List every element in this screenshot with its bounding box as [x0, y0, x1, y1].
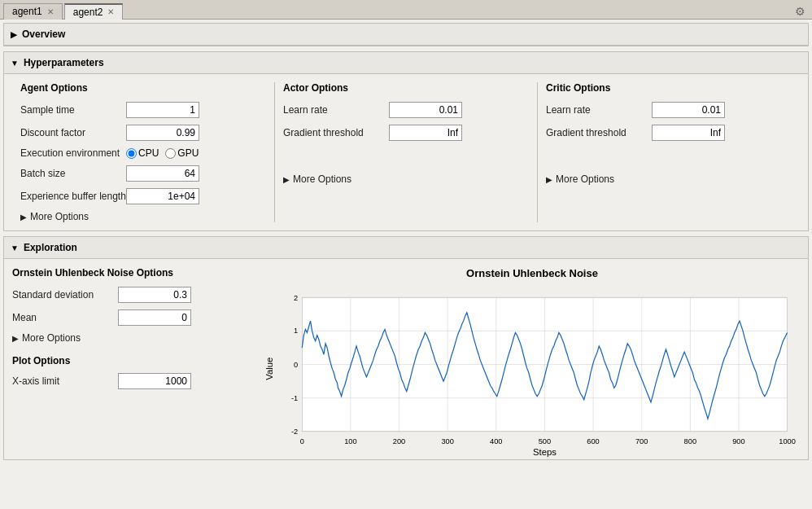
svg-text:200: 200 — [393, 437, 405, 445]
ou-noise-chart: Value -2 -1 0 1 2 — [264, 281, 800, 465]
exploration-body: Ornstein Uhlenbeck Noise Options Standar… — [4, 259, 808, 459]
actor-options-column: Actor Options Learn rate Gradient thresh… — [275, 82, 538, 222]
ou-chart-container: Ornstein Uhlenbeck Noise Value -2 -1 0 1 — [264, 267, 800, 451]
actor-more-options-arrow-icon: ▶ — [283, 175, 290, 184]
overview-section: ▶ Overview — [3, 23, 809, 46]
hyperparams-arrow-icon: ▼ — [11, 59, 19, 68]
mean-label: Mean — [12, 312, 118, 323]
exploration-more-options-arrow-icon: ▶ — [12, 334, 19, 343]
actor-options-title: Actor Options — [283, 82, 529, 94]
discount-factor-label: Discount factor — [20, 127, 126, 138]
critic-gradient-input[interactable] — [652, 125, 725, 141]
svg-text:400: 400 — [490, 437, 502, 445]
svg-text:Value: Value — [264, 358, 274, 380]
svg-text:-1: -1 — [291, 394, 298, 402]
hyperparameters-header[interactable]: ▼ Hyperparameters — [4, 52, 808, 74]
ou-title: Ornstein Uhlenbeck Noise Options — [12, 267, 256, 279]
exp-buffer-input[interactable] — [126, 188, 199, 204]
sample-time-input[interactable] — [126, 102, 199, 118]
batch-size-label: Batch size — [20, 168, 126, 179]
exploration-arrow-icon: ▼ — [11, 244, 19, 252]
critic-learn-rate-label: Learn rate — [546, 104, 652, 116]
close-agent1-icon[interactable]: ✕ — [47, 7, 54, 16]
critic-learn-rate-input[interactable] — [652, 102, 725, 118]
exploration-content: Ornstein Uhlenbeck Noise Options Standar… — [12, 267, 800, 451]
sample-time-row: Sample time — [20, 102, 266, 118]
agent-more-options-arrow-icon: ▶ — [20, 213, 27, 222]
discount-factor-input[interactable] — [126, 125, 199, 141]
actor-more-options[interactable]: ▶ More Options — [283, 173, 529, 185]
agent-more-options[interactable]: ▶ More Options — [20, 211, 266, 222]
svg-text:-2: -2 — [291, 428, 298, 436]
execution-env-radio-group: CPU GPU — [126, 147, 199, 159]
exploration-more-options[interactable]: ▶ More Options — [12, 332, 256, 344]
svg-text:900: 900 — [732, 437, 744, 445]
main-content: ▶ Overview ▼ Hyperparameters Agent Optio… — [0, 20, 812, 509]
batch-size-row: Batch size — [20, 165, 266, 182]
gpu-radio-label[interactable]: GPU — [165, 147, 199, 159]
tab-bar: agent1 ✕ agent2 ✕ ⚙ — [0, 0, 812, 20]
xaxis-limit-label: X-axis limit — [12, 375, 118, 387]
cpu-label: CPU — [138, 147, 159, 159]
xaxis-limit-input[interactable] — [118, 373, 191, 389]
critic-gradient-label: Gradient threshold — [546, 127, 652, 138]
svg-text:500: 500 — [539, 437, 551, 445]
critic-more-options-label: More Options — [556, 173, 614, 185]
critic-more-options[interactable]: ▶ More Options — [546, 173, 792, 185]
std-dev-input[interactable] — [118, 287, 191, 303]
exp-buffer-label: Experience buffer length — [20, 191, 126, 202]
gpu-radio[interactable] — [165, 148, 176, 159]
actor-gradient-input[interactable] — [389, 125, 462, 141]
exp-buffer-row: Experience buffer length — [20, 188, 266, 204]
svg-text:0: 0 — [294, 361, 298, 369]
batch-size-input[interactable] — [126, 165, 199, 182]
agent-options-column: Agent Options Sample time Discount facto… — [12, 82, 275, 222]
xaxis-limit-row: X-axis limit — [12, 373, 256, 389]
tab-agent1[interactable]: agent1 ✕ — [3, 3, 63, 20]
settings-icon[interactable]: ⚙ — [795, 5, 805, 18]
tab-agent2[interactable]: agent2 ✕ — [64, 3, 124, 20]
svg-text:800: 800 — [684, 437, 696, 445]
exploration-header[interactable]: ▼ Exploration — [4, 237, 808, 259]
critic-more-options-arrow-icon: ▶ — [546, 175, 552, 184]
chart-title: Ornstein Uhlenbeck Noise — [264, 267, 800, 279]
tab-agent1-label: agent1 — [12, 6, 42, 17]
exploration-more-options-label: More Options — [22, 332, 81, 344]
close-agent2-icon[interactable]: ✕ — [107, 7, 114, 16]
hyperparameters-section: ▼ Hyperparameters Agent Options Sample t… — [3, 51, 809, 231]
cpu-radio-label[interactable]: CPU — [126, 147, 159, 159]
agent-options-title: Agent Options — [20, 82, 266, 94]
exploration-title: Exploration — [24, 242, 77, 253]
tab-agent2-label: agent2 — [73, 7, 103, 18]
overview-title: Overview — [22, 29, 65, 40]
hyperparameters-title: Hyperparameters — [24, 57, 104, 68]
critic-options-title: Critic Options — [546, 82, 792, 94]
actor-learn-rate-input[interactable] — [389, 102, 462, 118]
critic-options-column: Critic Options Learn rate Gradient thres… — [538, 82, 800, 222]
exploration-section: ▼ Exploration Ornstein Uhlenbeck Noise O… — [3, 236, 809, 460]
overview-arrow-icon: ▶ — [11, 30, 17, 39]
execution-env-label: Execution environment — [20, 147, 126, 159]
agent-more-options-label: More Options — [30, 211, 89, 222]
svg-text:1: 1 — [294, 327, 298, 335]
hyperparams-grid: Agent Options Sample time Discount facto… — [12, 82, 800, 222]
gpu-label: GPU — [177, 147, 199, 159]
actor-gradient-row: Gradient threshold — [283, 125, 529, 141]
actor-learn-rate-label: Learn rate — [283, 104, 389, 116]
hyperparameters-body: Agent Options Sample time Discount facto… — [4, 74, 808, 230]
svg-text:Steps: Steps — [533, 447, 557, 457]
svg-text:600: 600 — [587, 437, 599, 445]
actor-gradient-label: Gradient threshold — [283, 127, 389, 138]
cpu-radio[interactable] — [126, 148, 137, 159]
svg-text:2: 2 — [294, 294, 298, 302]
critic-gradient-row: Gradient threshold — [546, 125, 792, 141]
execution-env-row: Execution environment CPU GPU — [20, 147, 266, 159]
mean-input[interactable] — [118, 309, 191, 326]
svg-text:700: 700 — [635, 437, 648, 445]
svg-text:100: 100 — [344, 437, 356, 445]
svg-text:0: 0 — [300, 437, 304, 445]
overview-header[interactable]: ▶ Overview — [4, 24, 808, 46]
svg-text:300: 300 — [441, 437, 453, 445]
actor-learn-rate-row: Learn rate — [283, 102, 529, 118]
actor-more-options-label: More Options — [293, 173, 351, 185]
